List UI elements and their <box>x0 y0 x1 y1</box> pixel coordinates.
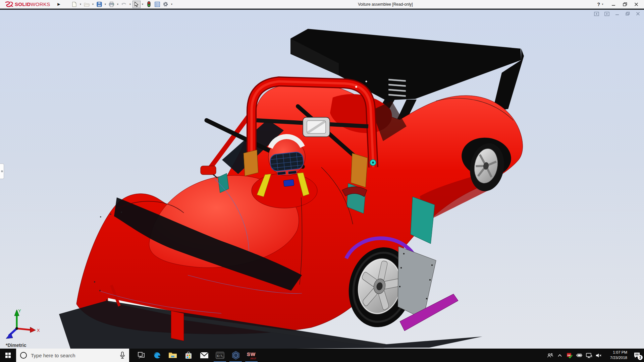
options-dropdown[interactable]: ▼ <box>170 1 174 8</box>
store-icon <box>184 351 193 359</box>
start-button[interactable] <box>0 349 16 362</box>
power-battery-icon[interactable] <box>576 352 582 358</box>
new-document-button[interactable] <box>70 1 78 8</box>
side-mirror <box>201 166 217 178</box>
close-icon <box>634 2 638 6</box>
graphics-viewport[interactable]: Y X *Dimetric <box>0 10 644 349</box>
open-button[interactable] <box>83 1 91 8</box>
restore-icon <box>623 2 627 6</box>
minimize-button[interactable] <box>608 0 619 8</box>
doc-restore-button[interactable] <box>625 11 630 16</box>
store-button[interactable] <box>180 349 196 362</box>
mail-icon <box>200 352 209 359</box>
open-folder-icon <box>84 2 90 7</box>
undo-button[interactable] <box>120 1 128 8</box>
file-explorer-button[interactable] <box>165 349 180 362</box>
microphone-icon[interactable] <box>120 352 125 359</box>
window-controls <box>608 0 642 8</box>
title-bar: SOLIDWORKS ▶ ▼ ▼ <box>0 0 644 9</box>
taskbar-clock[interactable]: 1:07 PM 7/23/2018 <box>606 350 627 360</box>
panel-tab-grip <box>1 170 3 172</box>
notification-badge: 3 <box>638 355 643 360</box>
rebuild-button[interactable] <box>145 1 153 8</box>
command-prompt-icon: C:\_ <box>216 352 224 359</box>
solidworks-logo-icon <box>5 1 13 7</box>
command-prompt-button[interactable]: C:\_ <box>212 349 228 362</box>
document-title: Voiture assemblee [Read-only] <box>174 2 597 7</box>
file-explorer-icon <box>168 352 177 359</box>
restore-button[interactable] <box>619 0 631 8</box>
hexagon-app-button[interactable] <box>228 349 244 362</box>
pane-arrow-right-icon <box>604 12 609 16</box>
view-orientation-label: *Dimetric <box>6 343 26 348</box>
print-button[interactable] <box>108 1 116 8</box>
file-properties-icon <box>155 2 160 7</box>
triad-x-label: X <box>37 328 40 333</box>
options-gear-icon <box>163 1 168 7</box>
options-button[interactable] <box>162 1 170 8</box>
feature-panel-collapsed-tab[interactable] <box>0 164 4 179</box>
solidworks-logo: SOLIDWORKS <box>0 1 50 7</box>
taskbar-search[interactable]: Type here to search <box>16 349 129 362</box>
select-tool-dropdown[interactable]: ▼ <box>141 1 145 8</box>
undo-dropdown[interactable]: ▼ <box>128 1 132 8</box>
solidworks-tasks-icon[interactable]: sw <box>567 352 573 358</box>
svg-text:C:\_: C:\_ <box>217 355 224 358</box>
system-tray: sw 1:07 PM <box>547 349 644 362</box>
doc-minimize-icon <box>615 12 619 16</box>
solidworks-logo-text: SOLIDWORKS <box>15 1 50 7</box>
help-button[interactable]: ? <box>597 2 600 7</box>
cortana-icon <box>20 352 27 359</box>
search-placeholder-text: Type here to search <box>31 353 116 358</box>
print-dropdown[interactable]: ▼ <box>116 1 120 8</box>
edge-icon <box>153 351 161 360</box>
svg-text:W: W <box>251 351 256 357</box>
pane-previous-button[interactable] <box>594 11 599 16</box>
taskbar-apps: C:\_ S W 2017 <box>133 349 259 362</box>
new-document-dropdown[interactable]: ▼ <box>79 1 83 8</box>
svg-text:sw: sw <box>568 354 571 356</box>
print-icon <box>109 2 114 7</box>
quick-access-toolbar: ▼ ▼ ▼ <box>70 1 174 8</box>
task-view-button[interactable] <box>133 349 149 362</box>
rebuild-traffic-light-icon <box>147 1 151 7</box>
close-button[interactable] <box>631 0 642 8</box>
windows-logo-icon <box>5 353 11 358</box>
solidworks-2017-button[interactable]: S W 2017 <box>244 349 259 362</box>
hidden-icons-chevron[interactable] <box>557 352 563 358</box>
select-cursor-icon <box>134 2 139 7</box>
network-icon[interactable] <box>586 352 592 358</box>
help-dropdown[interactable]: ▼ <box>601 2 604 7</box>
open-dropdown[interactable]: ▼ <box>91 1 95 8</box>
task-view-icon <box>138 352 145 359</box>
race-car-model[interactable] <box>59 29 524 349</box>
save-button[interactable] <box>95 1 103 8</box>
edge-button[interactable] <box>149 349 165 362</box>
mail-button[interactable] <box>196 349 212 362</box>
undo-arrow-icon <box>121 2 127 7</box>
clock-time: 1:07 PM <box>606 350 627 355</box>
svg-text:S: S <box>247 351 250 357</box>
file-properties-button[interactable] <box>153 1 161 8</box>
doc-minimize-button[interactable] <box>614 11 620 16</box>
triad-y-label: Y <box>18 308 21 313</box>
model-canvas[interactable] <box>0 10 644 349</box>
doc-close-icon <box>636 12 640 16</box>
windows-taskbar: Type here to search <box>0 349 644 362</box>
pane-next-button[interactable] <box>604 11 609 16</box>
save-dropdown[interactable]: ▼ <box>104 1 107 8</box>
minimize-icon <box>611 2 615 6</box>
people-icon[interactable] <box>547 352 553 358</box>
doc-close-button[interactable] <box>635 11 641 16</box>
menu-flyout-arrow[interactable]: ▶ <box>56 2 62 6</box>
volume-muted-icon[interactable] <box>596 352 602 358</box>
action-center-button[interactable]: 3 <box>632 351 642 360</box>
select-tool-button[interactable] <box>132 1 141 8</box>
clock-date: 7/23/2018 <box>606 355 627 361</box>
rear-view-mirror <box>303 117 330 137</box>
helmet <box>268 136 305 176</box>
hexagon-app-icon <box>231 351 240 360</box>
pane-arrow-left-icon <box>594 12 599 16</box>
document-window-controls <box>594 11 641 16</box>
new-document-icon <box>72 2 77 7</box>
